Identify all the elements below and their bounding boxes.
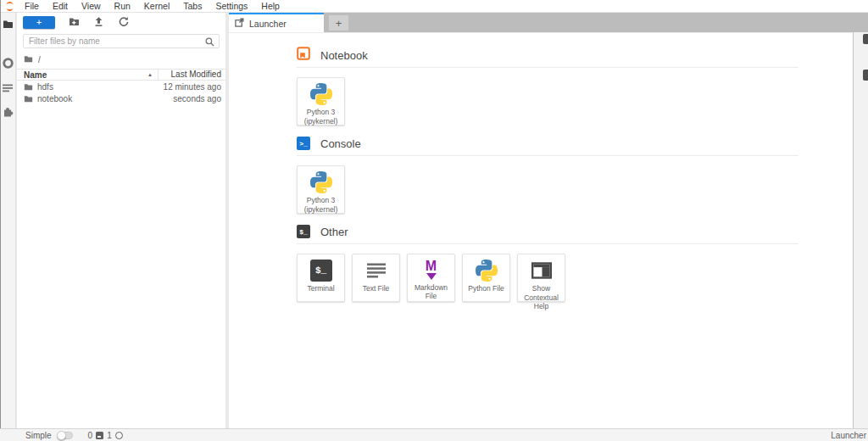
notebook-icon	[297, 47, 310, 64]
card-label: Markdown File	[408, 283, 454, 301]
card-label: Python File	[466, 284, 506, 293]
jupyter-logo-icon	[1, 1, 18, 12]
launcher-card-contextual-help[interactable]: Show Contextual Help	[517, 254, 565, 302]
folder-icon	[24, 94, 33, 103]
column-last-modified[interactable]: Last Modified	[158, 69, 225, 81]
new-folder-icon[interactable]	[69, 16, 80, 29]
file-browser-icon[interactable]	[3, 19, 14, 30]
menu-file[interactable]: File	[18, 1, 46, 11]
contextual-help-icon	[531, 260, 553, 282]
card-label: Text File	[361, 284, 392, 293]
home-folder-icon[interactable]	[24, 54, 33, 65]
left-sidebar	[0, 13, 16, 428]
terminal-count: 0	[88, 431, 93, 440]
python-icon	[310, 171, 332, 193]
section-divider	[297, 243, 798, 244]
main-dock: Launcher + Notebook	[229, 13, 868, 428]
section-other: $_ Other $_ Terminal Text F	[297, 224, 798, 302]
launcher-tab-icon	[235, 18, 244, 29]
status-bar: Simple 0 1 Launcher	[0, 428, 868, 441]
file-name: notebook	[37, 94, 173, 103]
upload-icon[interactable]	[93, 16, 104, 29]
section-notebook: Notebook	[297, 47, 798, 126]
filter-files-input[interactable]	[24, 35, 219, 47]
breadcrumb-path: /	[38, 55, 41, 64]
statusbar-context-label: Launcher	[831, 431, 866, 440]
file-modified: 12 minutes ago	[164, 82, 225, 92]
filter-files-field	[23, 34, 220, 48]
card-label: Terminal	[305, 284, 336, 293]
markdown-icon: M	[420, 260, 442, 281]
add-tab-button[interactable]: +	[328, 14, 349, 31]
section-console: >_ Console	[297, 136, 798, 214]
console-icon: >_	[297, 137, 310, 150]
file-browser-panel: + / Name ▲ Last Modified	[17, 13, 225, 428]
section-title: Notebook	[320, 49, 368, 62]
section-divider	[297, 155, 798, 156]
breadcrumb[interactable]: /	[17, 52, 225, 69]
menu-run[interactable]: Run	[108, 1, 137, 11]
launcher-card-notebook-python3[interactable]: Python 3 (ipykernel)	[297, 77, 345, 126]
jupyterlab-app: File Edit View Run Kernel Tabs Settings …	[0, 0, 868, 441]
file-browser-toolbar: +	[17, 13, 225, 32]
section-divider	[297, 67, 798, 68]
running-kernels-icon[interactable]	[2, 57, 14, 70]
launcher-panel: Notebook	[229, 32, 854, 428]
tab-bar: Launcher +	[229, 13, 868, 32]
tab-launcher[interactable]: Launcher	[229, 13, 324, 32]
python-icon	[310, 83, 332, 105]
file-row-hdfs[interactable]: hdfs 12 minutes ago	[17, 81, 225, 92]
menu-kernel[interactable]: Kernel	[137, 1, 176, 11]
python-icon	[476, 260, 498, 282]
file-row-notebook[interactable]: notebook seconds ago	[17, 92, 225, 104]
terminal-icon: $_	[310, 260, 332, 282]
text-file-icon	[365, 260, 387, 282]
section-title: Console	[320, 137, 361, 150]
menu-bar: File Edit View Run Kernel Tabs Settings …	[0, 0, 868, 13]
file-modified: seconds ago	[173, 94, 225, 103]
launcher-card-python-file[interactable]: Python File	[462, 254, 510, 302]
terminal-status-icon[interactable]	[96, 432, 103, 439]
extensions-icon[interactable]	[3, 106, 14, 117]
kernel-count: 1	[107, 431, 112, 440]
menu-tabs[interactable]: Tabs	[176, 1, 209, 11]
toggle-knob	[57, 431, 66, 440]
sort-ascending-icon[interactable]: ▲	[147, 72, 153, 77]
card-label: Python 3	[304, 108, 338, 117]
card-label: Python 3	[304, 196, 338, 205]
menu-help[interactable]: Help	[254, 1, 287, 11]
simple-mode-label: Simple	[25, 431, 52, 440]
menu-view[interactable]: View	[75, 1, 108, 11]
file-list-header: Name ▲ Last Modified	[17, 69, 225, 81]
menu-settings[interactable]: Settings	[209, 1, 254, 11]
terminal-section-icon: $_	[297, 225, 310, 238]
property-inspector-icon[interactable]	[863, 34, 868, 44]
debugger-icon[interactable]	[863, 70, 868, 81]
launcher-card-console-python3[interactable]: Python 3 (ipykernel)	[297, 165, 345, 214]
column-name[interactable]: Name	[24, 70, 47, 80]
launcher-card-text-file[interactable]: Text File	[352, 254, 400, 302]
file-name: hdfs	[37, 82, 164, 92]
folder-icon	[24, 82, 33, 92]
simple-mode-toggle[interactable]	[57, 432, 73, 439]
refresh-icon[interactable]	[118, 16, 129, 29]
table-of-contents-icon[interactable]	[3, 84, 13, 92]
card-sublabel: (ipykernel)	[304, 205, 338, 215]
search-icon	[205, 37, 214, 48]
card-sublabel: (ipykernel)	[304, 117, 338, 126]
menu-edit[interactable]: Edit	[46, 1, 75, 11]
card-label: Show Contextual Help	[518, 284, 565, 311]
section-title: Other	[320, 226, 348, 238]
tab-label: Launcher	[249, 19, 287, 29]
new-launcher-button[interactable]: +	[23, 16, 55, 29]
window-left-edge	[0, 0, 1, 428]
launcher-card-terminal[interactable]: $_ Terminal	[297, 254, 345, 302]
kernel-status-icon[interactable]	[115, 432, 123, 439]
right-sidebar	[854, 32, 868, 441]
launcher-card-markdown-file[interactable]: M Markdown File	[407, 254, 455, 302]
